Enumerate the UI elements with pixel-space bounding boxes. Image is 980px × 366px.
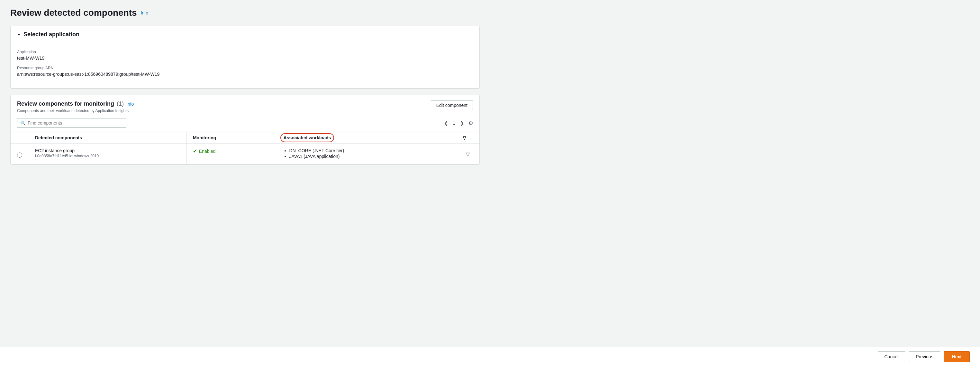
page-info-link[interactable]: Info [141, 10, 148, 16]
review-components-card: Review components for monitoring (1) Inf… [10, 95, 480, 165]
workload-item: JAVA1 (JAVA application) [290, 154, 450, 159]
row-monitoring-cell: ✔ Enabled [186, 144, 277, 165]
application-field: Application test-MW-W19 [17, 50, 473, 61]
search-icon: 🔍 [20, 120, 26, 125]
selected-application-card: ▼ Selected application Application test-… [10, 26, 480, 89]
application-label: Application [17, 50, 473, 54]
selected-application-header: ▼ Selected application [11, 26, 479, 43]
edit-component-button[interactable]: Edit component [431, 100, 473, 110]
section-collapse-icon[interactable]: ▼ [17, 32, 21, 37]
component-id: i-0a0858a7fd11cd51c: windows 2019 [35, 154, 180, 158]
col-expand-header: ▽ [456, 132, 479, 144]
row-radio-wrap [17, 148, 22, 158]
workload-list: DN_CORE (.NET Core tier) JAVA1 (JAVA app… [283, 148, 450, 159]
component-name: EC2 instance group [35, 148, 180, 153]
row-radio-input[interactable] [17, 152, 22, 158]
row-workloads-cell: DN_CORE (.NET Core tier) JAVA1 (JAVA app… [277, 144, 456, 165]
table-settings-icon[interactable]: ⚙ [468, 120, 473, 126]
pagination-next-button[interactable]: ❯ [458, 119, 466, 127]
col-detected-header: Detected components [29, 132, 186, 144]
application-value: test-MW-W19 [17, 55, 473, 61]
components-table: Detected components Monitoring Associate… [11, 132, 479, 165]
row-expand-cell: ▽ [456, 144, 479, 165]
page-title: Review detected components [10, 8, 137, 18]
review-section-title: Review components for monitoring [17, 100, 114, 107]
resource-group-label: Resource group ARN [17, 66, 473, 70]
workload-item: DN_CORE (.NET Core tier) [290, 148, 450, 153]
selected-application-body: Application test-MW-W19 Resource group A… [11, 43, 479, 88]
enabled-check-icon: ✔ [193, 148, 197, 154]
search-input-wrap: 🔍 [17, 118, 126, 128]
page-number: 1 [453, 120, 455, 125]
row-expand-button[interactable]: ▽ [463, 148, 473, 160]
search-input[interactable] [17, 118, 126, 128]
selected-application-title: Selected application [24, 31, 80, 38]
pagination-prev-button[interactable]: ❮ [442, 119, 450, 127]
search-bar-row: 🔍 ❮ 1 ❯ ⚙ [11, 118, 479, 132]
associated-workloads-header-label: Associated workloads [283, 135, 331, 140]
col-workloads-header: Associated workloads [277, 132, 456, 144]
table-row: EC2 instance group i-0a0858a7fd11cd51c: … [11, 144, 479, 165]
pagination-controls: ❮ 1 ❯ ⚙ [442, 119, 473, 127]
col-select-header [11, 132, 29, 144]
resource-group-field: Resource group ARN arn:aws:resource-grou… [17, 66, 473, 77]
monitoring-status-label: Enabled [199, 149, 215, 154]
monitoring-status-badge: ✔ Enabled [193, 148, 270, 154]
row-component-cell: EC2 instance group i-0a0858a7fd11cd51c: … [29, 144, 186, 165]
review-count-badge: (1) [117, 100, 124, 107]
page-header: Review detected components Info [10, 8, 480, 18]
review-info-link[interactable]: Info [126, 101, 134, 106]
row-select-cell [11, 144, 29, 165]
review-section-title-group: Review components for monitoring (1) Inf… [17, 100, 134, 113]
resource-group-value: arn:aws:resource-groups:us-east-1:856960… [17, 71, 473, 77]
review-components-header: Review components for monitoring (1) Inf… [11, 95, 479, 118]
review-title-row: Review components for monitoring (1) Inf… [17, 100, 134, 107]
expand-all-icon[interactable]: ▽ [463, 135, 466, 140]
review-section-subtitle: Components and their workloads detected … [17, 109, 134, 113]
col-monitoring-header: Monitoring [186, 132, 277, 144]
table-header-row: Detected components Monitoring Associate… [11, 132, 479, 144]
